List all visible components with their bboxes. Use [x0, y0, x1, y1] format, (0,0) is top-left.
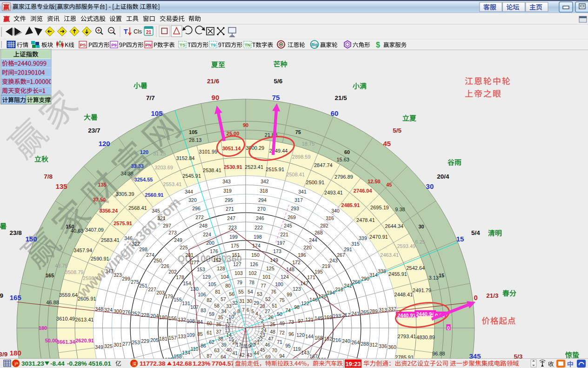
svg-text:243: 243	[329, 258, 338, 263]
svg-text:180: 180	[39, 325, 47, 331]
svg-text:150: 150	[25, 235, 37, 243]
svg-text:18.75: 18.75	[302, 141, 315, 147]
svg-text:79: 79	[237, 280, 242, 285]
svg-text:349: 349	[95, 344, 103, 350]
svg-text:$: $	[376, 41, 380, 49]
svg-text:174: 174	[252, 243, 261, 248]
svg-text:290: 290	[361, 276, 369, 281]
svg-text:35: 35	[218, 314, 223, 320]
svg-text:73: 73	[288, 319, 294, 325]
svg-text:131: 131	[182, 301, 190, 306]
svg-text:240: 240	[342, 338, 350, 344]
svg-text:40: 40	[226, 347, 232, 353]
svg-text:2796.89: 2796.89	[334, 174, 353, 180]
svg-text:103: 103	[234, 270, 243, 276]
svg-text:322: 322	[132, 241, 140, 247]
svg-text:1.23%: 1.23%	[193, 360, 210, 367]
svg-text:266: 266	[352, 279, 361, 285]
svg-text:29: 29	[254, 300, 259, 306]
svg-text:2560.91: 2560.91	[145, 192, 164, 198]
svg-text:222: 222	[254, 225, 263, 230]
svg-text:201: 201	[185, 252, 194, 258]
svg-text:325: 325	[104, 343, 113, 349]
svg-text:248: 248	[199, 223, 207, 228]
svg-text:21/3: 21/3	[486, 292, 499, 299]
svg-text:15: 15	[439, 273, 444, 278]
svg-text:19:23: 19:23	[345, 361, 361, 368]
svg-text:146: 146	[309, 297, 318, 302]
svg-text:28.13: 28.13	[189, 137, 202, 143]
svg-text:81: 81	[215, 289, 220, 294]
svg-text:2590.91: 2590.91	[91, 256, 109, 261]
svg-text:33.33: 33.33	[131, 163, 144, 169]
svg-text:132: 132	[178, 317, 186, 322]
svg-text:2485.91: 2485.91	[341, 202, 360, 208]
svg-text:267: 267	[337, 252, 345, 258]
svg-text:242: 242	[344, 283, 352, 288]
svg-text:252: 252	[132, 311, 140, 316]
svg-text:246: 246	[256, 215, 264, 221]
svg-text:2515.91: 2515.91	[266, 167, 284, 172]
svg-text:108: 108	[187, 318, 195, 324]
svg-text:102: 102	[248, 270, 257, 276]
svg-text:300: 300	[114, 308, 122, 314]
svg-text:323: 323	[114, 272, 122, 278]
svg-text:2440.94: 2440.94	[416, 311, 435, 317]
svg-text:2493.41: 2493.41	[324, 190, 343, 195]
svg-text:180: 180	[159, 314, 167, 320]
svg-text:43: 43	[247, 352, 252, 358]
svg-text:0: 0	[474, 294, 478, 301]
svg-text:56: 56	[229, 291, 234, 297]
svg-text:6: 6	[247, 307, 249, 313]
svg-text:2470.91: 2470.91	[369, 234, 388, 240]
svg-text:104: 104	[220, 274, 229, 280]
svg-text:3559.64: 3559.64	[59, 292, 78, 298]
svg-text:6.25: 6.25	[415, 239, 425, 245]
svg-text:25: 25	[270, 321, 275, 327]
svg-text:52: 52	[265, 296, 271, 302]
svg-text:2530.91: 2530.91	[224, 164, 242, 170]
svg-text:105: 105	[151, 109, 162, 117]
svg-text:241: 241	[351, 311, 360, 316]
svg-text:7/7: 7/7	[146, 94, 155, 101]
svg-text:157: 157	[168, 335, 177, 341]
svg-text:44: 44	[254, 350, 259, 356]
svg-text:85: 85	[197, 331, 203, 337]
svg-text:320: 320	[188, 197, 197, 203]
svg-text:318: 318	[260, 188, 268, 194]
svg-text:8/9: 8/9	[0, 292, 3, 299]
svg-text:173: 173	[273, 248, 281, 254]
svg-text:216: 216	[333, 337, 341, 343]
svg-text:148: 148	[286, 267, 294, 272]
svg-text:90: 90	[243, 122, 248, 128]
svg-text:196: 196	[298, 252, 306, 258]
svg-text:5: 5	[251, 308, 254, 314]
svg-text:274: 274	[146, 252, 154, 258]
svg-text:5/6: 5/6	[274, 78, 282, 85]
svg-text:7: 7	[242, 307, 245, 313]
svg-text:199: 199	[229, 234, 238, 240]
svg-text:32: 32	[232, 300, 238, 306]
svg-text:2538.41: 2538.41	[203, 167, 221, 173]
svg-text:105: 105	[208, 281, 216, 287]
svg-text:3254.55: 3254.55	[134, 177, 153, 182]
svg-text:3407.09: 3407.09	[85, 227, 104, 233]
svg-text:31.25: 31.25	[153, 151, 166, 156]
svg-text:T9: T9	[210, 42, 215, 47]
svg-text:45: 45	[260, 347, 265, 353]
svg-text:2568.41: 2568.41	[128, 205, 147, 211]
svg-text:135: 135	[56, 182, 67, 190]
svg-text:337: 337	[388, 306, 396, 312]
svg-text:24: 24	[261, 328, 267, 333]
svg-text:86: 86	[200, 343, 206, 348]
svg-text:155: 155	[174, 297, 182, 302]
svg-text:276: 276	[122, 309, 131, 315]
svg-text:221: 221	[280, 232, 288, 237]
svg-text:TS: TS	[180, 42, 185, 47]
svg-text:37: 37	[216, 329, 221, 335]
svg-text:198: 198	[254, 234, 262, 240]
svg-text:167: 167	[309, 354, 318, 359]
svg-text:46.88: 46.88	[46, 300, 59, 305]
svg-text:253: 253	[132, 340, 140, 345]
svg-text:348: 348	[95, 306, 103, 312]
